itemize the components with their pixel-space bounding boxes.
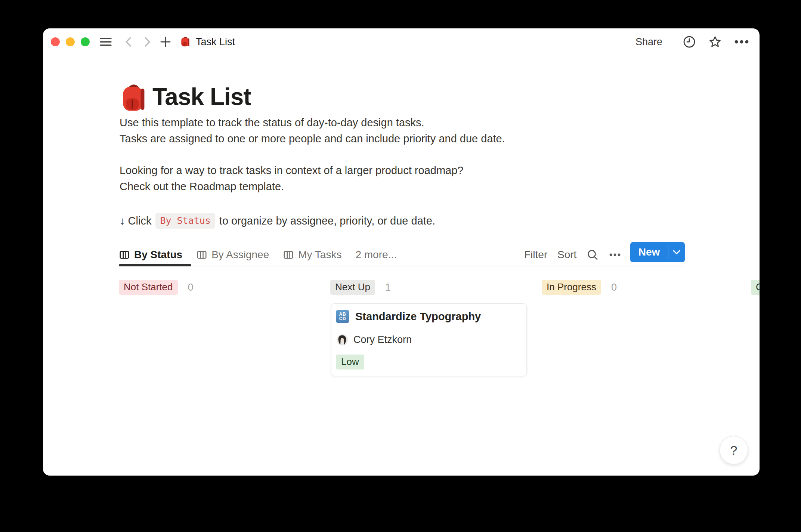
tab-more-views[interactable]: 2 more... — [355, 249, 396, 261]
column-not-started: Not Started 0 New — [119, 279, 317, 295]
titlebar-page-title: Task List — [196, 36, 235, 48]
new-button-chevron-down-icon[interactable] — [668, 242, 685, 262]
abcd-input-icon: AB CD — [336, 310, 349, 323]
app-window: Task List Share Task List Use this templ… — [43, 28, 760, 476]
page-title[interactable]: Task List — [152, 83, 251, 111]
column-count: 0 — [611, 282, 617, 293]
status-badge[interactable]: C — [751, 280, 760, 295]
task-card[interactable]: AB CD Standardize Typography Cory Etzkor… — [331, 303, 527, 376]
titlebar: Task List Share — [43, 28, 760, 55]
hint-suffix: to organize by assignee, priority, or du… — [219, 215, 435, 227]
tab-label: 2 more... — [355, 249, 396, 261]
backpack-icon — [180, 36, 191, 48]
favorite-star-icon[interactable] — [705, 28, 726, 55]
help-button[interactable]: ? — [720, 436, 748, 464]
page-backpack-icon[interactable] — [119, 82, 149, 114]
card-title[interactable]: Standardize Typography — [355, 310, 481, 323]
sort-button[interactable]: Sort — [557, 247, 576, 263]
column-count: 0 — [188, 282, 194, 293]
column-header[interactable]: Next Up 1 — [330, 279, 528, 295]
description-line: Looking for a way to track tasks in cont… — [120, 163, 463, 179]
fullscreen-window-button[interactable] — [81, 37, 90, 46]
hint-prefix: ↓ Click — [120, 215, 151, 227]
titlebar-breadcrumb[interactable]: Task List — [180, 28, 235, 55]
tab-my-tasks[interactable]: My Tasks — [283, 249, 341, 261]
view-options-icon[interactable] — [605, 247, 625, 263]
active-tab-underline — [119, 264, 191, 266]
column-completed-clipped: C New — [751, 279, 760, 295]
minimize-window-button[interactable] — [66, 37, 75, 46]
column-header[interactable]: In Progress 0 — [542, 279, 740, 295]
tab-label: By Status — [134, 249, 182, 261]
filter-button[interactable]: Filter — [524, 247, 547, 263]
column-in-progress: In Progress 0 New — [542, 279, 740, 295]
column-next-up: Next Up 1 AB CD Standardize Typography — [330, 279, 528, 295]
description-line: Check out the Roadmap template. — [120, 179, 284, 195]
new-page-plus-icon[interactable] — [159, 28, 172, 55]
status-badge[interactable]: In Progress — [542, 280, 601, 295]
view-tabs: By Status By Assignee My Tasks 2 more... — [119, 247, 397, 263]
status-badge[interactable]: Not Started — [119, 280, 178, 295]
description-line: Use this template to track the status of… — [120, 115, 424, 131]
updates-clock-icon[interactable] — [679, 28, 700, 55]
hint-line: ↓ Click By Status to organize by assigne… — [120, 213, 435, 229]
tab-by-assignee[interactable]: By Assignee — [196, 249, 269, 261]
tab-by-status[interactable]: By Status — [119, 249, 182, 261]
close-window-button[interactable] — [51, 37, 60, 46]
share-button[interactable]: Share — [635, 28, 662, 55]
priority-badge: Low — [336, 355, 364, 369]
inline-code-by-status: By Status — [155, 213, 215, 229]
tab-label: My Tasks — [298, 249, 341, 261]
new-button-label[interactable]: New — [630, 242, 668, 262]
sidebar-toggle-icon[interactable] — [99, 28, 112, 55]
assignee-name: Cory Etzkorn — [353, 334, 412, 346]
column-header[interactable]: Not Started 0 — [119, 279, 317, 295]
nav-forward-icon[interactable] — [141, 28, 154, 55]
description-line: Tasks are assigned to one or more people… — [120, 131, 505, 147]
new-task-button[interactable]: New — [630, 242, 685, 262]
search-icon[interactable] — [583, 247, 602, 263]
tab-label: By Assignee — [211, 249, 269, 261]
nav-back-icon[interactable] — [122, 28, 135, 55]
more-options-icon[interactable] — [731, 28, 752, 55]
column-count: 1 — [385, 282, 391, 293]
viewbar-divider — [119, 266, 684, 266]
assignee-avatar — [337, 334, 348, 346]
status-badge[interactable]: Next Up — [330, 280, 375, 295]
column-header[interactable]: C — [751, 279, 760, 295]
